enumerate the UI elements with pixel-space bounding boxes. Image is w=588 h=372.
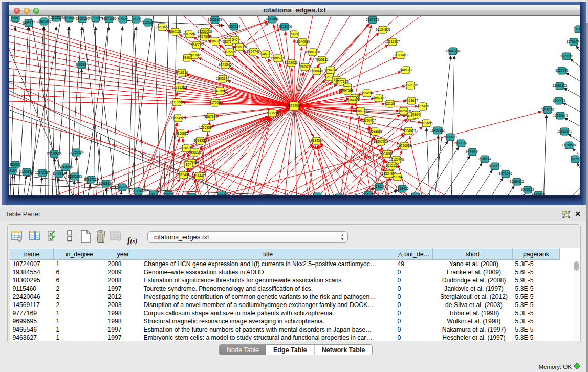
svg-text:10782: 10782 [313, 194, 322, 195]
svg-text:16648784: 16648784 [446, 49, 461, 53]
svg-text:12942737: 12942737 [35, 171, 50, 174]
svg-text:7986322: 7986322 [354, 109, 367, 113]
svg-text:15720407: 15720407 [361, 119, 376, 122]
svg-text:7632621: 7632621 [488, 164, 502, 168]
svg-text:1112: 1112 [575, 27, 580, 31]
svg-text:8322023: 8322023 [285, 61, 298, 64]
svg-text:7663822: 7663822 [156, 25, 169, 29]
svg-text:16210643: 16210643 [553, 114, 568, 117]
svg-text:835061: 835061 [10, 163, 21, 166]
svg-text:9498222: 9498222 [188, 150, 202, 154]
svg-text:18300295: 18300295 [265, 111, 280, 115]
svg-text:9329966: 9329966 [560, 54, 573, 58]
svg-text:16543362: 16543362 [189, 43, 204, 47]
svg-text:9463627: 9463627 [405, 99, 418, 102]
svg-text:9227343: 9227343 [555, 69, 569, 72]
svg-text:17957223: 17957223 [84, 178, 99, 181]
svg-text:8813054: 8813054 [266, 17, 279, 21]
svg-text:3675685: 3675685 [223, 50, 236, 54]
svg-text:8960123: 8960123 [168, 30, 182, 33]
svg-text:16107553: 16107553 [170, 100, 185, 104]
svg-text:9245652: 9245652 [521, 188, 534, 191]
svg-text:6879197: 6879197 [454, 141, 468, 145]
svg-text:8454749: 8454749 [247, 50, 260, 53]
svg-text:39975867: 39975867 [59, 165, 74, 169]
svg-text:10973493: 10973493 [393, 53, 408, 57]
svg-text:515526: 515526 [142, 20, 154, 24]
svg-text:515526: 515526 [117, 17, 128, 21]
svg-text:7625402: 7625402 [177, 173, 190, 177]
svg-text:10958107: 10958107 [99, 182, 114, 185]
svg-text:96521: 96521 [411, 194, 420, 195]
svg-text:1244415: 1244415 [552, 99, 565, 102]
svg-text:8678352: 8678352 [193, 139, 207, 142]
svg-text:16154808: 16154808 [376, 28, 390, 31]
svg-text:9864: 9864 [412, 113, 420, 116]
svg-text:10671355: 10671355 [102, 17, 117, 20]
svg-text:252254: 252254 [391, 175, 403, 179]
svg-text:5419: 5419 [291, 32, 298, 36]
svg-text:10654112: 10654112 [510, 180, 525, 183]
svg-text:157: 157 [186, 163, 191, 166]
svg-text:9815460: 9815460 [416, 104, 429, 108]
svg-text:16409122: 16409122 [430, 128, 445, 132]
svg-text:62160: 62160 [385, 102, 395, 105]
svg-text:15885201: 15885201 [271, 56, 286, 60]
svg-text:167827: 167827 [186, 195, 198, 195]
svg-text:546: 546 [232, 38, 238, 41]
svg-text:17359924: 17359924 [69, 150, 84, 154]
svg-text:12093853: 12093853 [553, 84, 568, 87]
svg-text:5938923: 5938923 [444, 135, 457, 139]
svg-text:7955812: 7955812 [315, 58, 329, 61]
svg-text:8186325: 8186325 [208, 39, 222, 43]
svg-text:7357224: 7357224 [227, 25, 241, 28]
svg-text:18724007: 18724007 [287, 104, 302, 107]
svg-text:14136141: 14136141 [372, 185, 387, 188]
svg-text:3624554: 3624554 [360, 91, 374, 95]
svg-text:1156829: 1156829 [20, 170, 33, 173]
svg-text:8471676: 8471676 [499, 172, 512, 176]
svg-text:160923: 160923 [163, 193, 174, 195]
svg-text:12213369: 12213369 [172, 85, 187, 89]
svg-text:1362615: 1362615 [298, 65, 312, 69]
svg-text:9084067: 9084067 [380, 152, 393, 156]
svg-text:20557: 20557 [11, 16, 20, 20]
svg-text:8267130: 8267130 [204, 115, 217, 118]
svg-text:16120746: 16120746 [389, 158, 404, 161]
svg-text:20364436: 20364436 [345, 98, 360, 102]
svg-text:x: x [118, 237, 120, 242]
svg-text:98961: 98961 [183, 56, 192, 59]
svg-text:18807249: 18807249 [374, 140, 388, 143]
svg-text:39154: 39154 [9, 169, 17, 172]
svg-text:12923468: 12923468 [214, 193, 229, 195]
svg-text:28676068: 28676068 [232, 45, 247, 49]
svg-text:10688609: 10688609 [368, 129, 383, 133]
svg-text:16961758: 16961758 [306, 50, 320, 54]
svg-text:9777169: 9777169 [335, 80, 349, 83]
svg-text:8427552: 8427552 [213, 89, 227, 93]
svg-text:417006: 417006 [209, 101, 221, 104]
svg-text:20691406: 20691406 [37, 19, 52, 23]
svg-text:10653267: 10653267 [49, 16, 64, 19]
svg-text:1405572: 1405572 [22, 21, 35, 25]
svg-text:10719155: 10719155 [89, 16, 103, 20]
svg-text:1527602: 1527602 [62, 16, 76, 20]
svg-text:2005334: 2005334 [75, 63, 89, 67]
svg-text:16914479: 16914479 [192, 174, 207, 178]
svg-text:19654923: 19654923 [401, 129, 416, 133]
svg-text:9327506: 9327506 [198, 35, 211, 38]
svg-text:18640910: 18640910 [295, 40, 310, 43]
svg-text:6497568: 6497568 [340, 89, 354, 92]
svg-text:8990448: 8990448 [310, 69, 323, 73]
svg-text:9699695: 9699695 [420, 121, 433, 125]
svg-text:1615112: 1615112 [386, 164, 399, 167]
svg-text:7485063: 7485063 [399, 68, 412, 72]
svg-text:2803144: 2803144 [216, 77, 229, 80]
svg-text:20206506: 20206506 [47, 152, 62, 156]
svg-text:9245612: 9245612 [532, 193, 545, 195]
svg-text:17016504: 17016504 [562, 143, 577, 147]
svg-text:9474444: 9474444 [466, 150, 479, 154]
svg-text:8912954: 8912954 [183, 32, 196, 36]
svg-text:15751074: 15751074 [567, 40, 580, 43]
svg-text:16053809: 16053809 [208, 18, 223, 21]
